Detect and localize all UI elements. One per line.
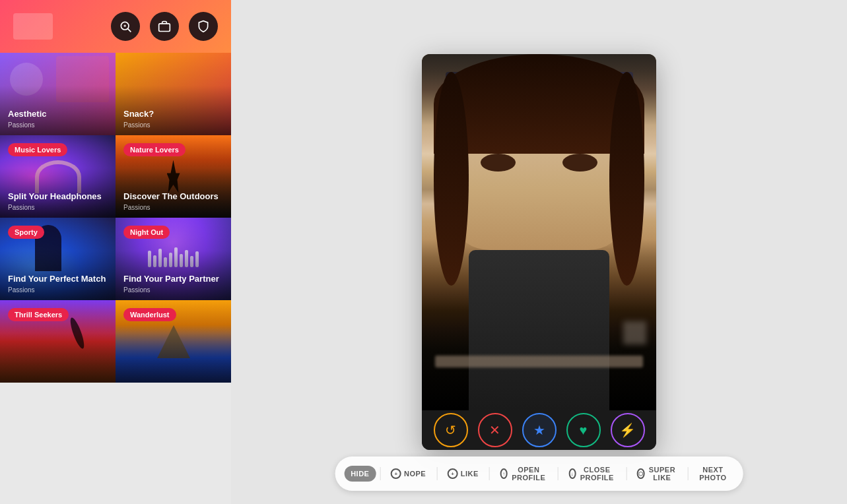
card-content: Snack? Passions bbox=[123, 109, 223, 129]
like-toolbar-icon: + bbox=[448, 468, 458, 479]
divider bbox=[436, 467, 437, 480]
card-sporty[interactable]: Sporty Find Your Perfect Match Passions bbox=[0, 218, 116, 300]
divider bbox=[687, 467, 688, 480]
like-toolbar-button[interactable]: + LIKE bbox=[441, 464, 485, 483]
next-photo-label: NEXT PHOTO bbox=[698, 466, 728, 482]
hide-button[interactable]: HIDE bbox=[344, 466, 376, 482]
app-logo bbox=[13, 13, 53, 40]
card-subtitle: Passions bbox=[8, 204, 108, 211]
blur-name-bar bbox=[435, 356, 643, 367]
card-title: Find Your Party Partner bbox=[123, 274, 223, 285]
next-photo-button[interactable]: NEXT PHOTO bbox=[692, 462, 734, 486]
card-badge: Thrill Seekers bbox=[8, 308, 69, 321]
close-profile-icon: ↓ bbox=[568, 468, 576, 479]
cards-grid: Aesthetic Passions Snack? Passions Music… bbox=[0, 53, 231, 504]
card-subtitle: Passions bbox=[123, 204, 223, 211]
card-badge: Nature Lovers bbox=[123, 143, 186, 156]
card-title: Snack? bbox=[123, 109, 223, 120]
undo-button[interactable]: ↺ bbox=[434, 413, 468, 447]
super-like-toolbar-label: SUPER LIKE bbox=[647, 466, 677, 482]
blur-detail bbox=[623, 321, 646, 344]
nope-toolbar-label: NOPE bbox=[404, 470, 426, 478]
divider bbox=[558, 467, 559, 480]
card-badge: Music Lovers bbox=[8, 143, 67, 156]
open-profile-icon: ↑ bbox=[500, 468, 508, 479]
card-title: Split Your Headphones bbox=[8, 191, 108, 203]
super-like-toolbar-icon: ⬡ bbox=[637, 468, 645, 479]
divider bbox=[626, 467, 627, 480]
profile-action-bar: ↺ ✕ ★ ♥ ⚡ bbox=[422, 410, 656, 450]
close-profile-button[interactable]: ↓ CLOSE PROFILE bbox=[562, 462, 622, 486]
open-profile-button[interactable]: ↑ OPEN PROFILE bbox=[493, 462, 553, 486]
svg-rect-4 bbox=[159, 24, 170, 32]
header-bar bbox=[0, 0, 231, 53]
card-nightout[interactable]: Night Out Find Your Party Partner Passio… bbox=[116, 218, 231, 300]
card-badge: Sporty bbox=[8, 226, 44, 239]
divider bbox=[380, 467, 380, 480]
card-snack[interactable]: Snack? Passions bbox=[116, 53, 231, 135]
explore-icon-btn[interactable] bbox=[111, 12, 140, 41]
card-subtitle: Passions bbox=[123, 286, 223, 294]
card-badge: Night Out bbox=[123, 226, 170, 239]
hide-label: HIDE bbox=[351, 470, 369, 478]
card-content: Find Your Party Partner Passions bbox=[123, 274, 223, 294]
card-aesthetic[interactable]: Aesthetic Passions bbox=[0, 53, 116, 135]
card-nature[interactable]: Nature Lovers Discover The Outdoors Pass… bbox=[116, 135, 231, 218]
close-profile-label: CLOSE PROFILE bbox=[578, 466, 615, 482]
card-title: Discover The Outdoors bbox=[123, 191, 223, 203]
like-button[interactable]: ♥ bbox=[566, 413, 601, 447]
card-subtitle: Passions bbox=[123, 121, 223, 129]
card-badge: Wanderlust bbox=[123, 308, 176, 321]
boost-button[interactable]: ⚡ bbox=[611, 413, 645, 447]
profile-card: ↺ ✕ ★ ♥ ⚡ bbox=[422, 54, 656, 450]
open-profile-label: OPEN PROFILE bbox=[510, 466, 547, 482]
briefcase-icon-btn[interactable] bbox=[150, 12, 179, 41]
card-content: Find Your Perfect Match Passions bbox=[8, 274, 108, 294]
card-music[interactable]: Music Lovers Split Your Headphones Passi… bbox=[0, 135, 116, 218]
bottom-toolbar: HIDE + NOPE + LIKE ↑ OPEN PROFILE ↓ CLOS… bbox=[335, 457, 743, 491]
card-content: Discover The Outdoors Passions bbox=[123, 191, 223, 211]
profile-photo bbox=[422, 54, 656, 410]
left-panel: Aesthetic Passions Snack? Passions Music… bbox=[0, 0, 231, 504]
divider bbox=[489, 467, 490, 480]
right-panel: ↺ ✕ ★ ♥ ⚡ HIDE + NOPE + LIKE ↑ OPEN PROF… bbox=[231, 0, 847, 504]
card-content: Aesthetic Passions bbox=[8, 109, 108, 129]
card-content: Split Your Headphones Passions bbox=[8, 191, 108, 211]
super-like-toolbar-button[interactable]: ⬡ SUPER LIKE bbox=[630, 462, 683, 486]
card-title: Aesthetic bbox=[8, 109, 108, 120]
card-subtitle: Passions bbox=[8, 121, 108, 129]
nope-toolbar-icon: + bbox=[391, 468, 401, 479]
card-thrill[interactable]: Thrill Seekers bbox=[0, 300, 116, 383]
svg-line-1 bbox=[127, 28, 131, 32]
shield-icon-btn[interactable] bbox=[189, 12, 218, 41]
nope-button[interactable]: ✕ bbox=[478, 413, 512, 447]
card-subtitle: Passions bbox=[8, 286, 108, 294]
super-like-button[interactable]: ★ bbox=[522, 413, 557, 447]
card-title: Find Your Perfect Match bbox=[8, 274, 108, 285]
like-toolbar-label: LIKE bbox=[461, 470, 479, 478]
card-wanderlust[interactable]: Wanderlust bbox=[116, 300, 231, 383]
nope-toolbar-button[interactable]: + NOPE bbox=[384, 464, 432, 483]
